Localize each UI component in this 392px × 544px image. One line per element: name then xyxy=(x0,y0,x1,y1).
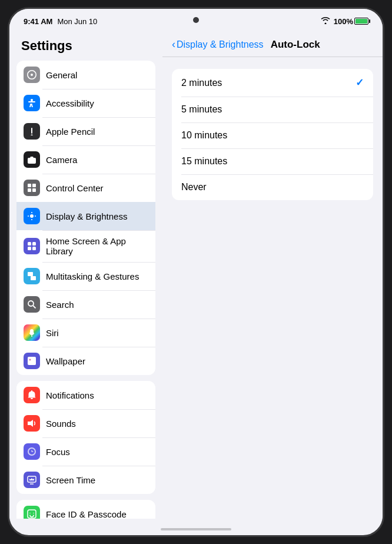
focus-label: Focus xyxy=(46,447,70,457)
screen-time-label: Screen Time xyxy=(46,475,95,485)
sidebar-item-apple-pencil[interactable]: Apple Pencil xyxy=(16,117,155,145)
svg-rect-6 xyxy=(28,184,31,187)
sidebar-section-notifications-section: NotificationsSoundsFocusScreen Time xyxy=(16,381,155,494)
option-never[interactable]: Never xyxy=(172,174,373,200)
svg-point-10 xyxy=(30,214,34,218)
general-icon xyxy=(24,67,40,83)
sidebar-item-multitasking[interactable]: Multitasking & Gestures xyxy=(16,262,155,290)
face-id-icon xyxy=(24,506,40,519)
svg-marker-3 xyxy=(31,134,33,135)
battery-bar xyxy=(354,18,368,25)
sidebar-item-search[interactable]: Search xyxy=(16,290,155,319)
svg-rect-19 xyxy=(28,272,33,276)
multitasking-icon xyxy=(24,268,40,284)
apple-pencil-label: Apple Pencil xyxy=(46,127,95,137)
control-center-icon xyxy=(24,180,40,196)
svg-rect-7 xyxy=(32,184,36,187)
option-5min-label: 5 minutes xyxy=(181,104,222,115)
svg-rect-9 xyxy=(32,188,36,192)
options-section: 2 minutes✓5 minutes10 minutes15 minutesN… xyxy=(172,69,373,200)
screen-time-icon xyxy=(24,472,40,488)
display-brightness-label: Display & Brightness xyxy=(46,211,127,221)
apple-pencil-icon xyxy=(24,123,40,140)
option-2min-checkmark: ✓ xyxy=(356,77,364,89)
general-label: General xyxy=(46,70,77,80)
camera-label: Camera xyxy=(46,155,77,165)
battery-indicator: 100% xyxy=(334,17,368,26)
svg-rect-18 xyxy=(32,247,36,250)
option-never-label: Never xyxy=(181,182,207,193)
sidebar-item-screen-time[interactable]: Screen Time xyxy=(16,466,155,494)
sidebar-item-face-id[interactable]: Face ID & Passcode xyxy=(16,500,155,519)
display-brightness-icon xyxy=(24,208,40,224)
svg-rect-16 xyxy=(32,242,36,246)
multitasking-label: Multitasking & Gestures xyxy=(46,271,139,281)
ipad-frame: 9:41 AM Mon Jun 10 100% Settings xyxy=(8,7,384,537)
siri-icon xyxy=(24,324,40,341)
detail-content: 2 minutes✓5 minutes10 minutes15 minutesN… xyxy=(162,57,383,519)
home-screen-label: Home Screen & App Library xyxy=(46,236,148,256)
sidebar-item-accessibility[interactable]: Accessibility xyxy=(16,89,155,117)
camera-notch xyxy=(193,17,199,23)
option-15min[interactable]: 15 minutes xyxy=(172,148,373,174)
accessibility-icon xyxy=(24,95,40,111)
status-right: 100% xyxy=(321,16,368,26)
sidebar-item-wallpaper[interactable]: Wallpaper xyxy=(16,347,155,375)
option-10min-label: 10 minutes xyxy=(181,130,227,141)
notifications-icon xyxy=(24,387,40,403)
svg-rect-20 xyxy=(31,276,36,280)
accessibility-label: Accessibility xyxy=(46,98,94,108)
home-indicator xyxy=(9,519,383,535)
search-label: Search xyxy=(46,300,74,310)
svg-rect-17 xyxy=(28,247,31,250)
detail-header: ‹ Display & Brightness Auto-Lock xyxy=(162,30,383,57)
sidebar-item-sounds[interactable]: Sounds xyxy=(16,409,155,437)
focus-icon xyxy=(24,443,40,460)
sidebar-item-notifications[interactable]: Notifications xyxy=(16,381,155,409)
camera-icon xyxy=(24,151,40,168)
option-5min[interactable]: 5 minutes xyxy=(172,97,373,122)
siri-label: Siri xyxy=(46,328,59,338)
wallpaper-icon xyxy=(24,353,40,369)
face-id-label: Face ID & Passcode xyxy=(46,509,127,519)
sidebar-item-home-screen[interactable]: Home Screen & App Library xyxy=(16,230,155,262)
sidebar-section-general-section: GeneralAccessibilityApple PencilCameraCo… xyxy=(16,61,155,375)
sidebar-item-display-brightness[interactable]: Display & Brightness xyxy=(16,202,155,230)
svg-point-5 xyxy=(30,159,34,162)
sidebar-item-general[interactable]: General xyxy=(16,61,155,89)
sounds-icon xyxy=(24,415,40,432)
sidebar-item-siri[interactable]: Siri xyxy=(16,319,155,347)
sidebar-section-security-section: Face ID & PasscodePrivacy & Security xyxy=(16,500,155,519)
sidebar-item-camera[interactable]: Camera xyxy=(16,145,155,174)
home-bar xyxy=(161,528,231,530)
notifications-label: Notifications xyxy=(46,390,94,400)
svg-marker-26 xyxy=(28,420,33,427)
sidebar-title: Settings xyxy=(16,30,155,61)
svg-point-1 xyxy=(31,99,33,101)
sidebar-item-control-center[interactable]: Control Center xyxy=(16,174,155,202)
svg-line-22 xyxy=(33,306,36,309)
svg-rect-2 xyxy=(31,128,32,134)
back-button[interactable]: ‹ Display & Brightness xyxy=(172,38,264,51)
svg-rect-15 xyxy=(28,242,31,246)
option-15min-label: 15 minutes xyxy=(181,156,227,167)
status-date: Mon Jun 10 xyxy=(57,17,97,26)
detail-title: Auto-Lock xyxy=(271,39,320,51)
sounds-label: Sounds xyxy=(46,419,76,429)
battery-fill xyxy=(356,19,367,24)
back-label: Display & Brightness xyxy=(177,39,264,50)
option-2min[interactable]: 2 minutes✓ xyxy=(172,69,373,97)
status-time: 9:41 AM xyxy=(24,17,52,26)
back-chevron-icon: ‹ xyxy=(172,38,175,51)
sidebar: Settings GeneralAccessibilityApple Penci… xyxy=(9,30,162,519)
option-10min[interactable]: 10 minutes xyxy=(172,122,373,148)
wifi-icon xyxy=(321,16,330,26)
wallpaper-label: Wallpaper xyxy=(46,356,85,366)
svg-rect-8 xyxy=(28,188,31,192)
main-content: Settings GeneralAccessibilityApple Penci… xyxy=(9,30,383,519)
control-center-label: Control Center xyxy=(46,183,104,193)
home-screen-icon xyxy=(24,238,40,254)
sidebar-item-focus[interactable]: Focus xyxy=(16,437,155,466)
option-2min-label: 2 minutes xyxy=(181,78,222,88)
battery-percentage: 100% xyxy=(334,17,353,26)
